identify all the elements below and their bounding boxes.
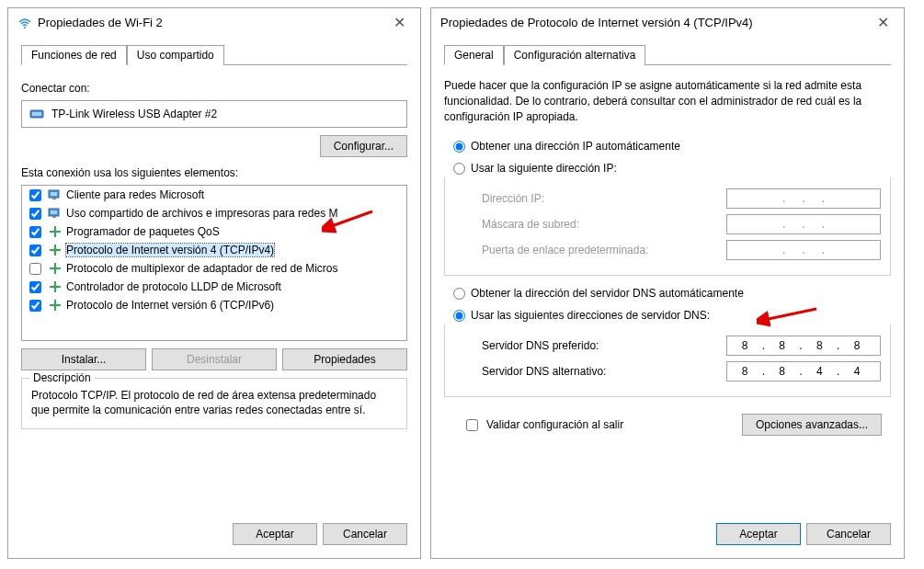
svg-point-11 [53, 230, 57, 233]
dns-manual-label: Usar las siguientes direcciones de servi… [471, 309, 710, 322]
dialog-title: Propiedades de Protocolo de Internet ver… [440, 16, 753, 29]
dns-preferred-label: Servidor DNS preferido: [482, 339, 599, 352]
description-text: Protocolo TCP/IP. El protocolo de red de… [31, 388, 397, 417]
list-item[interactable]: Uso compartido de archivos e impresoras … [22, 204, 406, 222]
dialog-title: Propiedades de Wi-Fi 2 [38, 16, 163, 29]
list-item-label: Cliente para redes Microsoft [66, 188, 204, 201]
list-item[interactable]: Protocolo de multiplexor de adaptador de… [22, 259, 406, 278]
titlebar: Propiedades de Wi-Fi 2 ✕ [8, 8, 420, 37]
list-item[interactable]: Cliente para redes Microsoft [22, 186, 406, 204]
list-item-checkbox[interactable] [29, 245, 41, 256]
tab-networking[interactable]: Funciones de red [21, 45, 127, 65]
protocol-icon [48, 261, 63, 276]
ip-manual-label: Usar la siguiente dirección IP: [471, 162, 617, 175]
ok-button[interactable]: Aceptar [716, 523, 801, 545]
ipv4-properties-dialog: Propiedades de Protocolo de Internet ver… [430, 7, 905, 559]
gateway-label: Puerta de enlace predeterminada: [482, 244, 648, 256]
elements-listbox[interactable]: Cliente para redes MicrosoftUso comparti… [21, 185, 407, 341]
client-icon [48, 188, 63, 202]
elements-label: Esta conexión usa los siguientes element… [21, 166, 407, 179]
svg-point-20 [53, 285, 57, 289]
connect-with-label: Conectar con: [21, 82, 407, 95]
list-item[interactable]: Controlador de protocolo LLDP de Microso… [22, 278, 406, 296]
svg-point-0 [24, 27, 26, 28]
subnet-field: ... [726, 214, 881, 234]
tabstrip: General Configuración alternativa [444, 44, 891, 65]
svg-point-17 [53, 267, 57, 270]
adapter-icon [29, 107, 44, 121]
ip-address-field: ... [726, 188, 881, 209]
description-fieldset: Descripción Protocolo TCP/IP. El protoco… [21, 378, 407, 429]
uninstall-button: Desinstalar [152, 348, 277, 370]
dns-preferred-field[interactable]: 8 . 8 . 8 . 8 [726, 336, 881, 356]
dns-auto-radio[interactable] [453, 288, 465, 300]
close-icon[interactable]: ✕ [872, 14, 895, 31]
tab-sharing[interactable]: Uso compartido [127, 45, 224, 65]
list-item-label: Uso compartido de archivos e impresoras … [66, 207, 337, 220]
cancel-button[interactable]: Cancelar [806, 523, 891, 545]
svg-point-23 [53, 303, 57, 307]
svg-point-14 [53, 248, 57, 252]
list-item-label: Protocolo de Internet versión 4 (TCP/IPv… [66, 244, 274, 256]
list-item-checkbox[interactable] [29, 189, 41, 201]
protocol-icon [48, 298, 63, 313]
cancel-button[interactable]: Cancelar [323, 523, 407, 545]
titlebar: Propiedades de Protocolo de Internet ver… [431, 8, 904, 37]
svg-rect-4 [51, 192, 57, 196]
close-icon[interactable]: ✕ [388, 14, 411, 31]
dns-manual-radio-row[interactable]: Usar las siguientes direcciones de servi… [453, 309, 891, 322]
list-item-checkbox[interactable] [29, 300, 41, 312]
ip-manual-radio-row[interactable]: Usar la siguiente dirección IP: [453, 162, 891, 175]
dns-alternate-label: Servidor DNS alternativo: [482, 365, 606, 378]
validate-check-row[interactable]: Validar configuración al salir [462, 416, 623, 434]
install-button[interactable]: Instalar... [21, 348, 146, 370]
list-item-label: Protocolo de Internet versión 6 (TCP/IPv… [66, 299, 274, 312]
adapter-name: TP-Link Wireless USB Adapter #2 [51, 108, 217, 120]
gateway-field: ... [726, 240, 881, 260]
list-item[interactable]: Programador de paquetes QoS [22, 222, 406, 241]
svg-line-25 [764, 309, 816, 320]
configure-button[interactable]: Configurar... [320, 135, 407, 157]
wifi-icon [17, 16, 32, 30]
advanced-button[interactable]: Opciones avanzadas... [742, 414, 882, 436]
list-item-label: Programador de paquetes QoS [66, 225, 220, 238]
list-item-checkbox[interactable] [29, 263, 41, 275]
ip-address-label: Dirección IP: [482, 192, 544, 205]
description-legend: Descripción [29, 371, 95, 384]
validate-label: Validar configuración al salir [486, 418, 623, 431]
subnet-label: Máscara de subred: [482, 218, 579, 231]
validate-checkbox[interactable] [466, 419, 478, 431]
svg-rect-5 [52, 198, 56, 199]
tabstrip: Funciones de red Uso compartido [21, 44, 407, 65]
client-icon [48, 206, 63, 221]
protocol-icon [48, 279, 63, 294]
dns-auto-label: Obtener la dirección del servidor DNS au… [471, 287, 744, 300]
list-item-checkbox[interactable] [29, 281, 41, 293]
wifi-properties-dialog: Propiedades de Wi-Fi 2 ✕ Funciones de re… [7, 7, 421, 559]
tab-alt-config[interactable]: Configuración alternativa [504, 45, 646, 65]
svg-rect-8 [52, 216, 56, 218]
svg-rect-7 [51, 211, 57, 214]
properties-button[interactable]: Propiedades [282, 348, 407, 370]
list-item[interactable]: Protocolo de Internet versión 6 (TCP/IPv… [22, 296, 406, 314]
list-item-checkbox[interactable] [29, 226, 41, 238]
protocol-icon [48, 243, 63, 257]
ip-auto-radio[interactable] [453, 141, 465, 153]
protocol-icon [48, 224, 63, 239]
ok-button[interactable]: Aceptar [233, 523, 317, 545]
ip-manual-radio[interactable] [453, 163, 465, 175]
svg-rect-2 [32, 112, 41, 116]
ip-auto-label: Obtener una dirección IP automáticamente [471, 140, 680, 153]
ip-auto-radio-row[interactable]: Obtener una dirección IP automáticamente [453, 140, 891, 153]
tab-general[interactable]: General [444, 45, 504, 65]
info-text: Puede hacer que la configuración IP se a… [444, 78, 891, 124]
dns-auto-radio-row[interactable]: Obtener la dirección del servidor DNS au… [453, 287, 891, 300]
dns-manual-radio[interactable] [453, 310, 465, 322]
list-item[interactable]: Protocolo de Internet versión 4 (TCP/IPv… [22, 241, 406, 259]
dns-alternate-field[interactable]: 8 . 8 . 4 . 4 [726, 361, 881, 381]
adapter-box: TP-Link Wireless USB Adapter #2 [21, 100, 407, 128]
list-item-checkbox[interactable] [29, 208, 41, 220]
list-item-label: Protocolo de multiplexor de adaptador de… [66, 262, 338, 275]
list-item-label: Controlador de protocolo LLDP de Microso… [66, 280, 281, 293]
